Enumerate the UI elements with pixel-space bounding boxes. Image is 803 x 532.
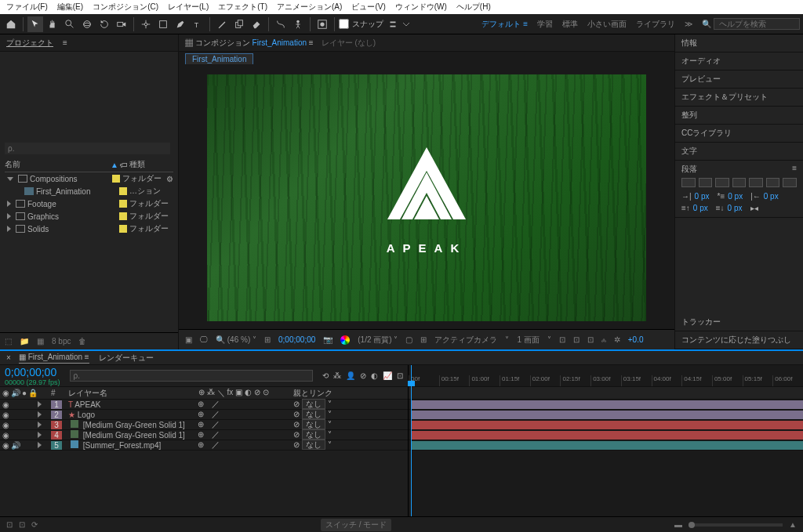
- tl-opt1-icon[interactable]: ⟲: [322, 371, 329, 380]
- space-after[interactable]: ≡↓ 0 px: [716, 204, 743, 212]
- exposure-icon[interactable]: ✲: [614, 335, 620, 344]
- rtl-toggle[interactable]: ▸◂: [750, 204, 758, 212]
- tl-graph-icon[interactable]: 📈: [383, 371, 392, 380]
- viewer-comp-tab[interactable]: ▦ コンポジション First_Animation ≡: [185, 38, 314, 49]
- timeline-timecode[interactable]: 0;00;00;00: [5, 366, 60, 378]
- zoom-out-icon[interactable]: ▬: [674, 520, 682, 529]
- tl-shy-icon[interactable]: 👤: [346, 371, 355, 380]
- orbit-tool[interactable]: [79, 16, 95, 32]
- workspace-standard[interactable]: 標準: [562, 19, 578, 30]
- menu-help[interactable]: ヘルプ(H): [453, 1, 494, 13]
- project-item-first-animation[interactable]: First_Animation…ション: [5, 185, 173, 197]
- shape-tool[interactable]: [155, 16, 171, 32]
- justify-center-icon[interactable]: [749, 178, 763, 187]
- menu-composition[interactable]: コンポジション(C): [89, 1, 162, 13]
- timeline-tab-render[interactable]: レンダーキュー: [99, 353, 154, 364]
- panel-effects[interactable]: エフェクト＆プリセット: [675, 89, 803, 107]
- viewer-layer-tab[interactable]: レイヤー (なし): [322, 38, 376, 49]
- roto-tool[interactable]: [273, 16, 289, 32]
- home-button[interactable]: [3, 16, 19, 32]
- panel-character[interactable]: 文字: [675, 143, 803, 161]
- resolution-icon[interactable]: ⊞: [264, 335, 271, 344]
- workspace-learn[interactable]: 学習: [537, 19, 553, 30]
- indent-first[interactable]: *≡ 0 px: [718, 192, 743, 201]
- panel-cclib[interactable]: CCライブラリ: [675, 125, 803, 143]
- anchor-tool[interactable]: [138, 16, 154, 32]
- align-center-icon[interactable]: [699, 178, 713, 187]
- project-item-footage[interactable]: Footageフォルダー: [5, 197, 173, 210]
- text-tool[interactable]: T: [190, 16, 205, 32]
- interpret-icon[interactable]: ⬚: [5, 337, 12, 346]
- project-item-compositions[interactable]: Compositionsフォルダー⚙: [5, 172, 173, 185]
- project-item-solids[interactable]: Solidsフォルダー: [5, 223, 173, 235]
- selection-tool[interactable]: [27, 16, 43, 32]
- project-item-graphics[interactable]: Graphicsフォルダー: [5, 210, 173, 223]
- timeline-ruler[interactable]: 00f00:15f 01:00f01:15f 02:00f02:15f 03:0…: [409, 365, 803, 387]
- viewer-timecode[interactable]: 0;00;00;00: [278, 335, 315, 344]
- menu-effect[interactable]: エフェクト(T): [215, 1, 271, 13]
- workspace-more-icon[interactable]: ≫: [685, 20, 692, 28]
- workspace-default[interactable]: デフォルト ≡: [481, 19, 528, 30]
- menu-window[interactable]: ウィンドウ(W): [392, 1, 450, 13]
- panel-tracker[interactable]: トラッカー: [675, 313, 803, 331]
- panel-preview[interactable]: プレビュー: [675, 71, 803, 89]
- tl-mb-icon[interactable]: ◐: [371, 371, 378, 380]
- timeline-tab-comp[interactable]: ▦ First_Animation ≡: [19, 353, 89, 364]
- puppet-tool[interactable]: [290, 16, 306, 32]
- justify-all-icon[interactable]: [783, 178, 797, 187]
- project-col-name[interactable]: 名前: [5, 159, 111, 170]
- camera-dropdown[interactable]: アクティブカメラ: [434, 335, 497, 346]
- toggle-switch1[interactable]: ⊡: [6, 520, 13, 529]
- toggle-switch3[interactable]: ⟳: [31, 520, 38, 529]
- panel-align[interactable]: 整列: [675, 107, 803, 125]
- eraser-tool[interactable]: [249, 16, 264, 32]
- zoom-dropdown[interactable]: 🔍 (46 %) ˅: [216, 335, 256, 344]
- monitor-icon[interactable]: 🖵: [200, 335, 208, 344]
- quality-dropdown[interactable]: (1/2 画質) ˅: [358, 335, 398, 346]
- pen-tool[interactable]: [173, 16, 188, 32]
- zoom-slider[interactable]: [689, 523, 783, 527]
- exposure-value[interactable]: +0.0: [628, 335, 644, 344]
- toggle-switch2[interactable]: ⊡: [19, 520, 25, 529]
- view-opt1-icon[interactable]: ⊡: [559, 335, 565, 344]
- layer-bar-1[interactable]: [411, 400, 803, 409]
- hand-tool[interactable]: [45, 16, 60, 32]
- menu-view[interactable]: ビュー(V): [348, 1, 388, 13]
- col-number[interactable]: #: [51, 389, 65, 397]
- viewer-active-tab[interactable]: First_Animation: [185, 53, 253, 64]
- align-left-icon[interactable]: [681, 178, 696, 187]
- col-parent[interactable]: 親とリンク: [290, 388, 408, 399]
- indent-right[interactable]: |← 0 px: [750, 192, 779, 201]
- view-opt3-icon[interactable]: ⊡: [587, 335, 594, 344]
- align-right-icon[interactable]: [715, 178, 729, 187]
- space-before[interactable]: ≡↑ 0 px: [681, 204, 708, 212]
- menu-edit[interactable]: 編集(E): [54, 1, 86, 13]
- project-col-type[interactable]: 種類: [129, 159, 173, 170]
- alpha-icon[interactable]: ▣: [185, 335, 192, 344]
- menu-file[interactable]: ファイル(F): [3, 1, 51, 13]
- tl-fx-icon[interactable]: ⊘: [360, 371, 366, 380]
- timeline-search-input[interactable]: [70, 370, 313, 382]
- snapshot-icon[interactable]: 📷: [323, 335, 332, 344]
- menu-layer[interactable]: レイヤー(L): [165, 1, 212, 13]
- playhead[interactable]: [411, 365, 412, 516]
- indent-left[interactable]: →| 0 px: [681, 192, 710, 201]
- justify-right-icon[interactable]: [766, 178, 780, 187]
- layer-bar-2[interactable]: [411, 411, 803, 419]
- zoom-in-icon[interactable]: ▲: [789, 520, 797, 529]
- camera-tool[interactable]: [114, 16, 129, 32]
- delete-icon[interactable]: 🗑: [78, 337, 86, 346]
- switches-modes-button[interactable]: スイッチ / モード: [321, 519, 391, 531]
- project-search-input[interactable]: [5, 143, 170, 154]
- snap-options-icon[interactable]: [385, 16, 401, 32]
- layer-bar-3[interactable]: [411, 421, 803, 429]
- panel-content-fill[interactable]: コンテンツに応じた塗りつぶし: [675, 331, 803, 349]
- views-dropdown[interactable]: 1 画面: [517, 335, 539, 346]
- chevron-down-icon[interactable]: [402, 20, 410, 28]
- composition-canvas[interactable]: APEAK: [179, 66, 674, 329]
- timeline-layer-5[interactable]: ◉🔊 5 [Summer_Forest.mp4] ⊕ ／ ⊘ なし ˅: [0, 440, 408, 451]
- new-folder-icon[interactable]: 📁: [20, 337, 29, 346]
- tl-opt2-icon[interactable]: ⁂: [333, 371, 341, 380]
- brush-tool[interactable]: [214, 16, 230, 32]
- mask-mode-icon[interactable]: [314, 16, 330, 32]
